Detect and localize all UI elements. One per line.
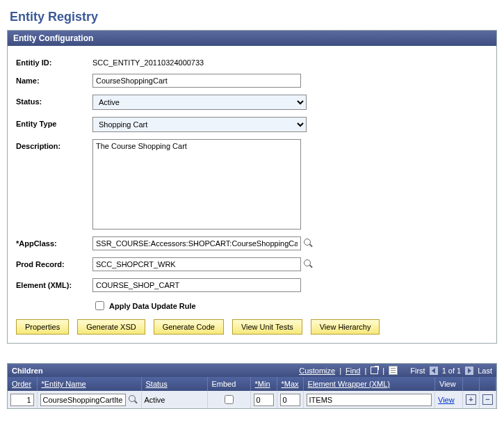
- children-title: Children: [12, 367, 43, 377]
- elementxml-label: Element (XML):: [16, 278, 92, 289]
- col-min[interactable]: *Min: [250, 377, 277, 391]
- popout-icon[interactable]: [371, 367, 378, 374]
- min-input[interactable]: [254, 394, 274, 406]
- col-order[interactable]: Order: [8, 377, 37, 391]
- apply-rule-checkbox[interactable]: [95, 301, 104, 310]
- elementxml-input[interactable]: [92, 278, 301, 292]
- col-entity-name[interactable]: *Entity Name: [37, 377, 141, 391]
- element-wrapper-input[interactable]: [307, 394, 432, 406]
- generate-code-button[interactable]: Generate Code: [154, 319, 224, 335]
- embed-checkbox[interactable]: [225, 395, 234, 404]
- page-title: Entity Registry: [10, 10, 497, 24]
- add-row-icon[interactable]: +: [466, 394, 476, 405]
- appclass-input[interactable]: [92, 236, 301, 250]
- nav-next-icon[interactable]: [465, 367, 473, 375]
- customize-link[interactable]: Customize: [299, 367, 335, 375]
- name-label: Name:: [16, 74, 92, 85]
- max-input[interactable]: [280, 394, 300, 406]
- entity-config-panel: Entity Configuration Entitiy ID: SCC_ENT…: [7, 30, 497, 344]
- description-label: Description:: [16, 139, 92, 150]
- row-status: Active: [141, 391, 207, 408]
- col-embed: Embed: [207, 377, 250, 391]
- entity-type-label: Entity Type: [16, 117, 92, 128]
- lookup-icon[interactable]: [304, 239, 314, 248]
- delete-row-icon[interactable]: −: [482, 394, 493, 405]
- spreadsheet-icon[interactable]: [389, 366, 398, 375]
- appclass-label: *AppClass:: [16, 236, 92, 248]
- view-unit-tests-button[interactable]: View Unit Tests: [232, 319, 302, 335]
- lookup-icon[interactable]: [304, 259, 314, 269]
- entity-name-input[interactable]: [40, 394, 126, 406]
- nav-first[interactable]: First: [410, 367, 425, 375]
- entity-id-label: Entitiy ID:: [16, 56, 92, 67]
- table-row: Active View + −: [8, 391, 496, 408]
- order-input[interactable]: [10, 394, 34, 406]
- lookup-icon[interactable]: [129, 395, 138, 405]
- children-panel: Children Customize | Find | | First 1 of…: [7, 363, 497, 409]
- status-select[interactable]: Active: [92, 95, 307, 110]
- view-hierarchy-button[interactable]: View Hierarchy: [311, 319, 380, 335]
- col-element-wrapper[interactable]: Element Wrapper (XML): [303, 377, 434, 391]
- entity-id-value: SCC_ENTITY_20110324000733: [92, 56, 488, 67]
- entity-config-header: Entity Configuration: [8, 31, 496, 46]
- find-link[interactable]: Find: [346, 367, 360, 375]
- status-label: Status:: [16, 95, 92, 106]
- col-max[interactable]: *Max: [277, 377, 303, 391]
- name-input[interactable]: [92, 74, 301, 88]
- prodrecord-input[interactable]: [92, 257, 301, 271]
- nav-last[interactable]: Last: [478, 367, 492, 375]
- nav-counter: 1 of 1: [442, 367, 462, 375]
- view-link[interactable]: View: [438, 396, 455, 404]
- properties-button[interactable]: Properties: [16, 319, 69, 335]
- apply-rule-label: Apply Data Update Rule: [109, 302, 196, 310]
- col-view: View: [435, 377, 463, 391]
- prodrecord-label: Prod Record:: [16, 257, 92, 268]
- col-status[interactable]: Status: [141, 377, 207, 391]
- generate-xsd-button[interactable]: Generate XSD: [77, 319, 145, 335]
- nav-prev-icon[interactable]: [430, 367, 438, 375]
- children-grid: Order *Entity Name Status Embed *Min *Ma…: [8, 377, 496, 408]
- description-textarea[interactable]: The Course Shopping Cart: [92, 139, 301, 230]
- entity-type-select[interactable]: Shopping Cart: [92, 117, 307, 132]
